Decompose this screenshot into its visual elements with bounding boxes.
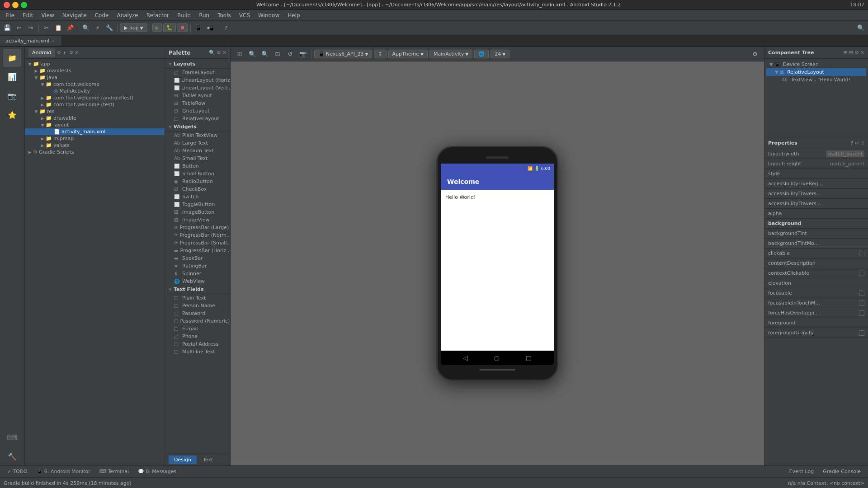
toolbar-btn-search[interactable]: 🔍 [80,23,91,33]
prop-alpha[interactable]: alpha [764,209,868,219]
toolbar-btn-cut[interactable]: ✂ [41,23,52,33]
toolbar-btn-6[interactable]: 🔧 [104,23,115,33]
locale-btn[interactable]: 🌐 [474,50,489,58]
design-btn-refresh[interactable]: ↺ [285,49,296,60]
menu-window[interactable]: Window [255,11,283,19]
palette-item-email[interactable]: □ E-mail [165,325,230,333]
palette-item-small-text[interactable]: Ab Small Text [165,155,230,162]
debug-button[interactable]: 🐛 [163,23,176,32]
palette-item-person-name[interactable]: □ Person Name [165,302,230,310]
palette-item-button[interactable]: ⬜ Button [165,162,230,170]
palette-item-spinner[interactable]: ⬇ Spinner [165,270,230,277]
prop-focusable[interactable]: focusable [764,288,868,298]
palette-item-progressbar-horiz[interactable]: ▬ ProgressBar (Horiz... [165,247,230,254]
bottom-tab-android-monitor[interactable]: 📱 6: Android Monitor [33,468,94,475]
sidebar-icon-favorites[interactable]: ⭐ [3,106,21,124]
app-selector[interactable]: ▶ app ▼ [120,23,147,32]
nav-home-btn[interactable]: ○ [494,354,500,361]
toolbar-btn-2[interactable]: ↩ [14,23,24,33]
tree-item-layout[interactable]: ▼ 📁 layout [25,122,165,128]
minimize-button[interactable] [12,2,19,8]
project-gear-icon[interactable]: ⚙ [69,50,73,56]
palette-item-multiline-text[interactable]: □ Multiline Text [165,348,230,356]
project-close-icon[interactable]: ✕ [75,50,79,56]
prop-layout-width[interactable]: layout:width match_parent [764,149,868,159]
palette-item-plain-text[interactable]: □ Plain Text [165,294,230,302]
prop-layout-height[interactable]: layout:height match_parent [764,159,868,169]
palette-item-linearlayout-v[interactable]: ⬜ LinearLayout (Verti... [165,84,230,92]
palette-item-tablelayout[interactable]: ⊞ TableLayout [165,92,230,99]
palette-item-plain-textview[interactable]: Ab Plain TextView [165,131,230,139]
tree-item-mipmap[interactable]: ▶ 📁 mipmap [25,135,165,142]
run-button[interactable]: ▶ [152,23,162,32]
prop-foreground-gravity-checkbox[interactable] [859,330,864,336]
prop-clickable[interactable]: clickable [764,249,868,258]
tree-item-values[interactable]: ▶ 📁 values [25,142,165,149]
toolbar-help-btn[interactable]: ? [221,23,231,33]
palette-item-framelayout[interactable]: □ FrameLayout [165,69,230,76]
palette-item-progressbar-norm[interactable]: ⟳ ProgressBar (Norm...) [165,231,230,239]
palette-item-password-numeric[interactable]: □ Password (Numeric) [165,317,230,325]
palette-item-password[interactable]: □ Password [165,310,230,317]
ct-gear-icon[interactable]: ⚙ [854,50,859,56]
design-btn-screenshot[interactable]: 📷 [297,49,308,60]
tree-item-activity-main-xml[interactable]: 📄 activity_main.xml [25,128,165,135]
menu-build[interactable]: Build [174,11,194,19]
orientation-btn[interactable]: ↕ [374,50,386,58]
menu-run[interactable]: Run [195,11,213,19]
menu-file[interactable]: File [2,11,18,19]
design-btn-fit[interactable]: ⊡ [272,49,283,60]
tree-item-drawable[interactable]: ▶ 📁 drawable [25,115,165,122]
prop-focusable-checkbox[interactable] [859,291,864,296]
menu-help[interactable]: Help [284,11,303,19]
menu-edit[interactable]: Edit [19,11,37,19]
activity-selector[interactable]: MainActivity ▼ [429,50,472,58]
tab-design[interactable]: Design [169,455,197,464]
tree-item-manifests[interactable]: ▶ 📁 manifests [25,67,165,74]
close-button[interactable] [4,2,10,8]
ct-expand-icon[interactable]: ⊞ [843,50,847,56]
sidebar-icon-captures[interactable]: 📷 [3,87,21,105]
toolbar-btn-5[interactable]: ⚡ [92,23,103,33]
prop-clickable-checkbox[interactable] [859,251,864,256]
toolbar-btn-3[interactable]: ↪ [25,23,36,33]
xml-tab-close-icon[interactable]: × [51,38,55,43]
palette-item-switch[interactable]: ⬜ Switch [165,193,230,201]
bottom-tab-terminal[interactable]: ⌨ Terminal [96,468,132,475]
prop-undo-icon[interactable]: ↩ [855,140,859,146]
toolbar-btn-1[interactable]: 💾 [2,23,13,33]
design-btn-1[interactable]: ⊞ [234,49,245,60]
theme-selector[interactable]: AppTheme ▼ [388,50,428,58]
toolbar-btn-copy[interactable]: 📋 [53,23,64,33]
maximize-button[interactable] [21,2,27,8]
bottom-tab-gradle-console[interactable]: Gradle Console [819,468,864,475]
menu-refactor[interactable]: Refactor [143,11,173,19]
prop-context-clickable-checkbox[interactable] [859,271,864,276]
palette-item-phone[interactable]: □ Phone [165,333,230,340]
bottom-tab-todo[interactable]: ✓ TODO [4,468,31,475]
ct-device-screen[interactable]: ▼ 📱 Device Screen [766,61,866,68]
ct-close-icon[interactable]: ✕ [860,50,864,56]
tree-item-androidtest[interactable]: ▶ 📁 com.todt.welcome (androidTest) [25,94,165,101]
bottom-tab-event-log[interactable]: Event Log [786,468,818,475]
toolbar-search-all[interactable]: 🔍 [855,23,866,33]
prop-accessibility-live[interactable]: accessibilityLiveReg... [764,179,868,189]
palette-close-icon[interactable]: ✕ [222,50,226,56]
prop-foreground[interactable]: foreground [764,318,868,328]
tree-item-mainactivity[interactable]: ◎ MainActivity [25,88,165,94]
panel-tab-android[interactable]: Android [28,48,55,57]
tree-item-gradle-scripts[interactable]: ▶ ⚙ Gradle Scripts [25,149,165,155]
prop-foreground-gravity[interactable]: foregroundGravity [764,328,868,338]
prop-background-tint[interactable]: backgroundTint [764,229,868,239]
prop-elevation[interactable]: elevation [764,278,868,288]
project-collapse-icon[interactable]: ⏵ [62,50,67,56]
palette-gear-icon[interactable]: ⚙ [217,50,221,56]
toolbar-btn-paste[interactable]: 📌 [65,23,75,33]
tree-item-test[interactable]: ▶ 📁 com.todt.welcome (test) [25,101,165,108]
palette-item-medium-text[interactable]: Ab Medium Text [165,147,230,155]
ct-collapse-icon[interactable]: ⊟ [849,50,853,56]
project-sync-icon[interactable]: ⚙ [57,50,61,56]
menu-navigate[interactable]: Navigate [59,11,90,19]
nav-back-btn[interactable]: ◁ [463,354,468,361]
sidebar-icon-terminal[interactable]: ⌨ [3,428,21,446]
